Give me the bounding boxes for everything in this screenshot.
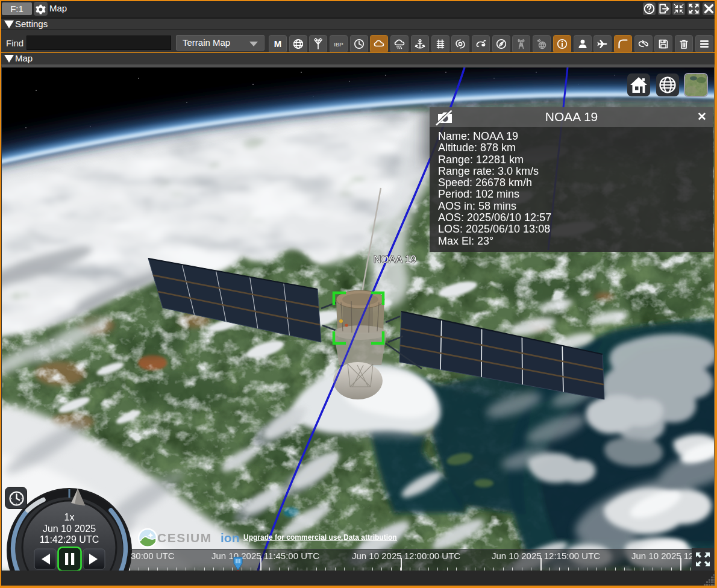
svg-text:11:42:29 UTC: 11:42:29 UTC [40,534,99,545]
svg-text:Jun 10 2025: Jun 10 2025 [43,524,96,534]
svg-text:NOAA 19: NOAA 19 [374,254,416,265]
svg-text:M: M [274,39,282,49]
svg-text:1x: 1x [64,512,75,522]
svg-text:IBP: IBP [334,41,343,48]
